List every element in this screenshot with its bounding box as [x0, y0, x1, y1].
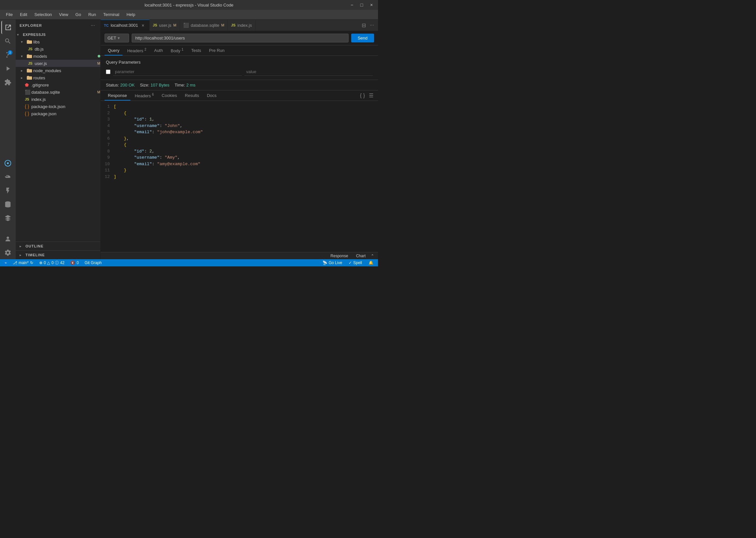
- tree-item-label: .gitignore: [31, 82, 100, 87]
- tree-item-package-lock[interactable]: { } package-lock.json: [16, 103, 100, 110]
- json-file-icon: { }: [25, 111, 30, 116]
- split-editor-button[interactable]: ⊟: [360, 22, 367, 29]
- activity-source-control[interactable]: 2: [1, 48, 14, 61]
- info-count: 42: [60, 260, 64, 265]
- outline-header[interactable]: ▸ OUTLINE: [16, 242, 100, 250]
- activity-thunder[interactable]: [1, 184, 14, 197]
- sidebar-header: Explorer ···: [16, 20, 100, 31]
- tab-response[interactable]: Response: [104, 91, 130, 101]
- wrap-lines-button[interactable]: ☰: [368, 92, 374, 99]
- warning-icon: △: [47, 260, 50, 265]
- tab-pre-run[interactable]: Pre Run: [206, 46, 228, 56]
- tab-database[interactable]: ⬛ database.sqlite M: [180, 20, 228, 31]
- tree-item-package-json[interactable]: { } package.json: [16, 110, 100, 117]
- query-params-area: Query Parameters: [101, 56, 378, 80]
- status-bar: ⌁ ⎇ main* ↻ ⊗ 0 △ 0 ⓘ 42 🔇 0 Git Graph 📡…: [0, 259, 378, 266]
- activity-database[interactable]: [1, 198, 14, 211]
- bottom-panel: Response Chart ⌃: [101, 252, 378, 259]
- param-value-input[interactable]: [244, 68, 373, 76]
- tree-item-gitignore[interactable]: ⬟ .gitignore: [16, 81, 100, 88]
- format-json-button[interactable]: { }: [359, 92, 366, 99]
- size-label: Size: 107 Bytes: [140, 82, 169, 87]
- more-actions-button[interactable]: ···: [369, 22, 376, 29]
- tab-query[interactable]: Query: [104, 46, 123, 56]
- tab-tests[interactable]: Tests: [188, 46, 204, 56]
- tree-item-routes[interactable]: ▸ routes: [16, 74, 100, 81]
- status-bar-right: 📡 Go Live ✓ Spell 🔔: [321, 259, 375, 266]
- activity-layers[interactable]: [1, 212, 14, 225]
- editor-area: TC localhost:3001 × JS user.js M ⬛ datab…: [101, 20, 378, 259]
- sidebar-actions: ···: [89, 22, 96, 29]
- tab-headers[interactable]: Headers 2: [124, 45, 149, 56]
- notification-bell[interactable]: 🔔: [367, 259, 375, 266]
- svg-rect-5: [6, 175, 7, 176]
- menu-edit[interactable]: Edit: [17, 11, 30, 18]
- js-icon: JS: [153, 23, 157, 27]
- tree-item-label: libs: [33, 39, 100, 44]
- code-line-2: 2 {: [101, 110, 378, 117]
- tab-user-js[interactable]: JS user.js M: [149, 20, 180, 31]
- tree-item-db-js[interactable]: JS db.js: [16, 45, 100, 53]
- menu-terminal[interactable]: Terminal: [100, 11, 123, 18]
- response-panel-button[interactable]: Response: [328, 253, 351, 259]
- activity-extensions[interactable]: [1, 76, 14, 89]
- tree-root[interactable]: ▾ EXPRESSJS: [16, 31, 100, 38]
- menu-run[interactable]: Run: [85, 11, 99, 18]
- js-file-icon: JS: [25, 97, 30, 102]
- file-tree: ▾ EXPRESSJS ▾ libs JS db.js ▾: [16, 31, 100, 242]
- code-line-11: 11 }: [101, 167, 378, 174]
- svg-point-8: [7, 237, 9, 239]
- tab-cookies[interactable]: Cookies: [158, 91, 180, 101]
- tab-resp-headers[interactable]: Headers 6: [132, 90, 157, 101]
- git-graph-button[interactable]: Git Graph: [83, 259, 103, 266]
- tab-results[interactable]: Results: [182, 91, 202, 101]
- branch-status[interactable]: ⎇ main* ↻: [12, 259, 34, 266]
- menu-file[interactable]: File: [3, 11, 16, 18]
- go-live-button[interactable]: 📡 Go Live: [321, 259, 343, 266]
- tab-body[interactable]: Body 1: [167, 45, 187, 56]
- tab-auth[interactable]: Auth: [151, 46, 166, 56]
- activity-search[interactable]: [1, 34, 14, 48]
- menu-view[interactable]: View: [56, 11, 72, 18]
- remote-status[interactable]: ⌁: [3, 259, 8, 266]
- muted-status[interactable]: 🔇 0: [69, 259, 80, 266]
- svg-point-1: [7, 162, 9, 164]
- tree-item-index-js[interactable]: JS index.js: [16, 96, 100, 103]
- minimize-button[interactable]: −: [348, 2, 356, 8]
- activity-remote[interactable]: [1, 157, 14, 170]
- json-file-icon: { }: [25, 104, 30, 109]
- tree-item-database-sqlite[interactable]: ⬛ database.sqlite M: [16, 88, 100, 96]
- tree-item-user-js[interactable]: JS user.js M: [16, 60, 100, 67]
- activity-run-debug[interactable]: [1, 62, 14, 75]
- activity-profile[interactable]: [1, 233, 14, 245]
- chart-panel-button[interactable]: Chart: [354, 253, 368, 259]
- tree-item-models[interactable]: ▾ models: [16, 53, 100, 60]
- maximize-button[interactable]: □: [358, 2, 366, 8]
- param-name-input[interactable]: [113, 68, 242, 76]
- sidebar-more-actions[interactable]: ···: [89, 22, 96, 29]
- tab-close-button[interactable]: ×: [140, 23, 146, 28]
- url-input[interactable]: [132, 34, 349, 42]
- method-selector[interactable]: GET ▾: [104, 34, 129, 42]
- tab-localhost[interactable]: TC localhost:3001 ×: [101, 20, 149, 31]
- menu-go[interactable]: Go: [72, 11, 84, 18]
- timeline-header[interactable]: ▸ TIMELINE: [16, 251, 100, 258]
- tree-item-node-modules[interactable]: ▸ node_modules: [16, 67, 100, 74]
- param-checkbox[interactable]: [106, 70, 110, 74]
- title-bar: localhost:3001 - expressjs - Visual Stud…: [0, 0, 378, 10]
- menu-selection[interactable]: Selection: [31, 11, 55, 18]
- activity-explorer[interactable]: [1, 21, 14, 34]
- activity-settings[interactable]: [1, 246, 14, 259]
- errors-status[interactable]: ⊗ 0 △ 0 ⓘ 42: [38, 259, 66, 266]
- tab-docs[interactable]: Docs: [204, 91, 220, 101]
- tree-item-libs[interactable]: ▾ libs: [16, 38, 100, 45]
- timeline-label: TIMELINE: [26, 253, 45, 257]
- tab-index-js[interactable]: JS index.js: [228, 20, 256, 31]
- menu-help[interactable]: Help: [123, 11, 139, 18]
- spell-check-button[interactable]: ✓ Spell: [347, 259, 363, 266]
- send-button[interactable]: Send: [351, 34, 374, 42]
- db-icon: ⬛: [183, 23, 189, 28]
- chevron-up-icon: ⌃: [371, 254, 374, 258]
- close-button[interactable]: ×: [368, 2, 376, 8]
- activity-docker[interactable]: [1, 170, 14, 184]
